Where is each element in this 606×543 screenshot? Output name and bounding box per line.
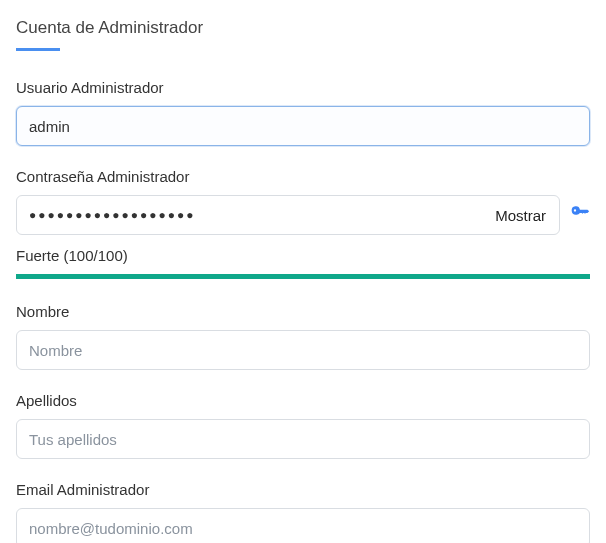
field-email: Email Administrador — [16, 481, 590, 543]
firstname-input[interactable] — [16, 330, 590, 370]
field-firstname: Nombre — [16, 303, 590, 370]
lastname-input[interactable] — [16, 419, 590, 459]
username-label: Usuario Administrador — [16, 79, 590, 96]
email-input[interactable] — [16, 508, 590, 543]
firstname-label: Nombre — [16, 303, 590, 320]
admin-account-section: Cuenta de Administrador Usuario Administ… — [16, 18, 590, 543]
strength-label: Fuerte (100/100) — [16, 247, 590, 264]
section-title: Cuenta de Administrador — [16, 18, 590, 38]
key-icon[interactable] — [570, 203, 590, 227]
password-row: Mostrar — [16, 195, 590, 235]
show-password-button[interactable]: Mostrar — [491, 203, 550, 228]
svg-point-0 — [574, 209, 576, 211]
email-label: Email Administrador — [16, 481, 590, 498]
field-lastname: Apellidos — [16, 392, 590, 459]
password-wrap: Mostrar — [16, 195, 560, 235]
field-username: Usuario Administrador — [16, 79, 590, 146]
lastname-label: Apellidos — [16, 392, 590, 409]
title-underline — [16, 48, 60, 51]
strength-bar — [16, 274, 590, 279]
field-password: Contraseña Administrador Mostrar — [16, 168, 590, 235]
username-input[interactable] — [16, 106, 590, 146]
password-input[interactable] — [16, 195, 560, 235]
password-strength: Fuerte (100/100) — [16, 247, 590, 279]
password-label: Contraseña Administrador — [16, 168, 590, 185]
